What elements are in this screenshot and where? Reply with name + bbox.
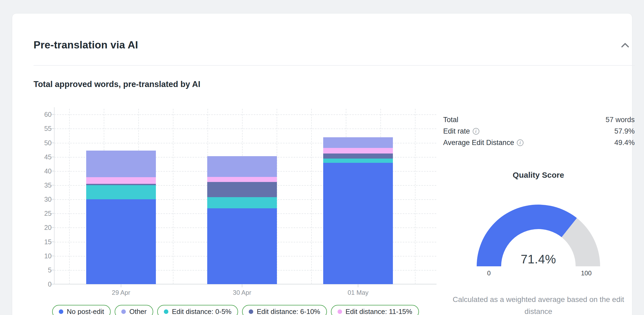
legend-label: Edit distance: 11-15% (346, 308, 412, 315)
y-axis-tick-label: 30 (36, 196, 52, 203)
bar-segment[interactable] (207, 208, 277, 284)
bar-segment[interactable] (86, 184, 156, 185)
bar-segment[interactable] (207, 177, 277, 182)
divider (34, 65, 635, 66)
pre-translation-panel: Pre-translation via AI Total approved wo… (12, 13, 632, 315)
y-axis-tick-label: 20 (36, 224, 52, 231)
gauge-max-label: 100 (576, 270, 597, 277)
stat-label: Edit ratei (443, 127, 479, 135)
legend-label: Other (129, 308, 147, 315)
stacked-bar-chart: 05101520253035404550556029 Apr30 Apr01 M… (54, 109, 436, 284)
stat-label: Total (443, 116, 458, 124)
h-gridline (54, 114, 436, 115)
y-axis-tick-label: 25 (36, 210, 52, 217)
y-axis-tick-label: 60 (36, 111, 52, 118)
legend-pill-other[interactable]: Other (115, 305, 153, 315)
chevron-up-icon (621, 43, 629, 49)
x-axis-tick (242, 284, 242, 287)
stacked-bar-30-apr[interactable] (207, 156, 277, 284)
bar-segment[interactable] (86, 177, 156, 184)
stacked-bar-29-apr[interactable] (86, 151, 156, 284)
stats-summary: Total57 wordsEdit ratei57.9%Average Edit… (443, 114, 635, 148)
bar-segment[interactable] (207, 182, 277, 197)
stat-row-edit-rate: Edit ratei57.9% (443, 126, 635, 137)
bar-segment[interactable] (86, 185, 156, 199)
x-axis-label: 29 Apr (94, 289, 148, 296)
legend-dot (121, 309, 126, 314)
legend-pill-no-post-edit[interactable]: No post-edit (52, 305, 111, 315)
legend-pill-edit-distance-6-10-[interactable]: Edit distance: 6-10% (242, 305, 327, 315)
legend-label: Edit distance: 6-10% (257, 308, 320, 315)
gauge-hole (501, 229, 576, 304)
y-axis-tick-label: 35 (36, 181, 52, 189)
x-axis-label: 30 Apr (215, 289, 269, 296)
y-axis-tick-label: 45 (36, 153, 52, 161)
quality-score-gauge: 71.4% 0 100 (477, 205, 600, 266)
legend-dot (59, 309, 63, 314)
bar-segment[interactable] (323, 137, 393, 148)
page: { "panel": { "title": "Pre-translation v… (0, 0, 644, 315)
stat-row-average-edit-distance: Average Edit Distancei49.4% (443, 137, 635, 148)
y-axis-tick-label: 0 (36, 280, 52, 288)
stat-value: 57.9% (614, 127, 635, 135)
info-icon[interactable]: i (517, 139, 523, 146)
gauge-min-label: 0 (478, 270, 500, 277)
bar-segment[interactable] (323, 148, 393, 154)
v-gridline (311, 109, 312, 284)
info-icon[interactable]: i (473, 128, 479, 135)
bar-segment[interactable] (207, 156, 277, 177)
bar-segment[interactable] (207, 197, 277, 209)
x-axis-tick (121, 284, 121, 287)
chart-legend: No post-editOtherEdit distance: 0-5%Edit… (52, 305, 419, 315)
y-axis-tick-label: 10 (36, 252, 52, 260)
gauge-title: Quality Score (451, 171, 626, 180)
h-gridline (54, 129, 436, 129)
y-axis-tick-label: 5 (36, 266, 52, 274)
stat-label-text: Edit rate (443, 127, 470, 135)
x-axis-label: 01 May (331, 289, 385, 296)
y-axis-tick-label: 40 (36, 167, 52, 175)
stat-label-text: Total (443, 116, 458, 124)
v-gridline (69, 109, 70, 284)
bar-segment[interactable] (323, 154, 393, 159)
panel-title: Pre-translation via AI (34, 39, 138, 51)
legend-dot (164, 309, 168, 314)
stacked-bar-01-may[interactable] (323, 137, 393, 284)
gauge-caption: Calculated as a weighted average based o… (443, 293, 634, 315)
chart-title: Total approved words, pre-translated by … (34, 80, 200, 89)
y-axis-tick-label: 50 (36, 139, 52, 147)
legend-pill-edit-distance-0-5-[interactable]: Edit distance: 0-5% (157, 305, 238, 315)
bar-segment[interactable] (323, 163, 393, 284)
stat-label: Average Edit Distancei (443, 139, 523, 147)
legend-pill-edit-distance-11-15-[interactable]: Edit distance: 11-15% (331, 305, 419, 315)
stat-value: 49.4% (614, 139, 635, 147)
legend-label: Edit distance: 0-5% (172, 308, 231, 315)
legend-label: No post-edit (67, 308, 104, 315)
y-axis-line (54, 107, 55, 284)
x-axis-tick (358, 284, 358, 287)
v-gridline (173, 109, 173, 284)
y-axis-tick-label: 55 (36, 125, 52, 132)
bar-segment[interactable] (323, 159, 393, 163)
stat-row-total: Total57 words (443, 114, 635, 126)
bar-segment[interactable] (86, 151, 156, 177)
collapse-panel-button[interactable] (619, 40, 631, 51)
v-gridline (415, 109, 416, 284)
y-axis-tick-label: 15 (36, 238, 52, 246)
gauge-value: 71.4% (477, 252, 600, 266)
legend-dot (338, 309, 342, 314)
stat-value: 57 words (605, 116, 635, 124)
legend-dot (249, 309, 253, 314)
bar-segment[interactable] (86, 199, 156, 284)
stat-label-text: Average Edit Distance (443, 139, 514, 147)
